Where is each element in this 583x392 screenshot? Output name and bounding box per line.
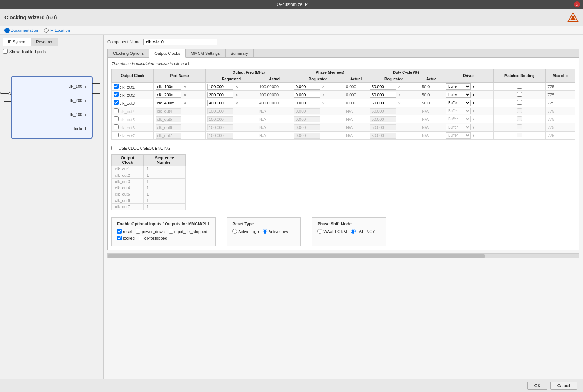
matched-routing-checkbox-2[interactable] — [517, 100, 522, 105]
phase-shift-mode-group: Phase Shift Mode WAVEFORM LATENCY — [312, 217, 386, 246]
input-clk-stopped-checkbox[interactable] — [169, 229, 173, 234]
duty-req-input-2[interactable] — [370, 100, 396, 106]
locked-checkbox[interactable] — [117, 236, 122, 240]
seq-table-row: clk_out5 1 — [112, 191, 186, 197]
clock-enable-3[interactable] — [114, 108, 119, 113]
waveform-label: WAVEFORM — [323, 229, 347, 234]
drives-chevron-icon: ▼ — [472, 101, 475, 105]
phase-req-input-0[interactable] — [294, 84, 320, 90]
cell-freq-req-2: ✕ — [205, 99, 257, 107]
duty-req-input-0[interactable] — [370, 84, 396, 90]
cancel-button[interactable]: Cancel — [550, 382, 577, 390]
seq-clock-1: clk_out2 — [112, 172, 144, 179]
app-header: Clocking Wizard (6.0) — [0, 9, 583, 26]
seq-th-clock: Output Clock — [112, 155, 144, 166]
cell-duty-actual-5: N/A — [420, 123, 444, 132]
use-clock-seq-checkbox[interactable] — [111, 146, 116, 150]
clear-duty-btn[interactable]: ✕ — [398, 93, 401, 97]
clock-enable-0[interactable] — [114, 84, 119, 89]
freq-req-input-0[interactable] — [207, 84, 233, 90]
cell-output-clock-5: clk_out6 — [112, 123, 154, 132]
ok-button[interactable]: OK — [527, 382, 547, 390]
cell-freq-actual-6: N/A — [257, 132, 292, 140]
th-duty-requested: Requested — [368, 76, 420, 83]
port-clk-200m: clk_200m — [18, 98, 86, 103]
clear-freq-btn[interactable]: ✕ — [235, 93, 238, 97]
table-row: clk_out5 N/A N/A N/A — [112, 115, 575, 123]
cell-port-name-2: ✕ — [153, 99, 205, 107]
tab-output-clocks[interactable]: Output Clocks — [149, 49, 186, 58]
cell-port-name-5 — [153, 123, 205, 132]
horizontal-scrollbar[interactable] — [107, 253, 579, 258]
optional-row-2: locked clkfbstopped — [117, 236, 210, 240]
active-low-radio[interactable] — [263, 229, 267, 234]
clear-port-btn[interactable]: ✕ — [183, 101, 186, 105]
content-area: IP Symbol Resource Show disabled ports — [0, 35, 583, 392]
matched-routing-checkbox-0[interactable] — [517, 84, 522, 89]
tab-mmcm-settings[interactable]: MMCM Settings — [186, 49, 225, 57]
drives-select-1[interactable]: Buffer No Buffer — [446, 92, 471, 98]
close-button[interactable]: ✕ — [574, 1, 580, 7]
clear-duty-btn[interactable]: ✕ — [398, 85, 401, 89]
cell-drives-4: Buffer No Buffer ▼ — [444, 115, 493, 123]
active-high-radio[interactable] — [232, 229, 237, 234]
drives-select-2[interactable]: Buffer No Buffer — [446, 100, 471, 106]
clock-enable-6[interactable] — [114, 133, 119, 137]
waveform-radio[interactable] — [317, 229, 322, 234]
cell-port-name-3 — [153, 107, 205, 115]
latency-label: LATENCY — [357, 229, 375, 234]
clock-enable-4[interactable] — [114, 116, 119, 121]
cell-max-b-2: 775 — [546, 99, 575, 107]
cell-port-name-4 — [153, 115, 205, 123]
seq-num-1: 1 — [143, 172, 185, 179]
matched-routing-checkbox-1[interactable] — [517, 92, 522, 97]
freq-req-input-1[interactable] — [207, 92, 233, 98]
show-disabled-checkbox[interactable] — [3, 49, 8, 54]
port-name-input-5 — [156, 124, 181, 130]
clock-name-0: clk_out1 — [120, 85, 135, 89]
clear-freq-btn[interactable]: ✕ — [235, 101, 238, 105]
cell-freq-actual-3: N/A — [257, 107, 292, 115]
latency-radio[interactable] — [351, 229, 356, 234]
clear-freq-btn[interactable]: ✕ — [235, 85, 238, 89]
phase-req-input-1[interactable] — [294, 92, 320, 98]
clock-enable-5[interactable] — [114, 124, 119, 129]
tab-ip-symbol[interactable]: IP Symbol — [3, 38, 31, 46]
clkfbstopped-checkbox[interactable] — [139, 236, 143, 240]
reset-active-low: Active Low — [263, 229, 288, 234]
cell-duty-actual-2: 50.0 — [420, 99, 444, 107]
th-freq-requested: Requested — [205, 76, 257, 83]
tab-summary[interactable]: Summary — [226, 49, 254, 57]
clear-phase-btn[interactable]: ✕ — [322, 93, 325, 97]
port-name-input-2[interactable] — [156, 100, 181, 106]
cell-phase-actual-0: 0.000 — [344, 83, 368, 91]
tab-clocking-options[interactable]: Clocking Options — [108, 49, 149, 57]
power-down-checkbox[interactable] — [136, 229, 140, 234]
phase-req-input-2[interactable] — [294, 100, 320, 106]
port-name-input-0[interactable] — [156, 84, 181, 90]
cell-matched-routing-6 — [493, 132, 545, 140]
clock-enable-1[interactable] — [114, 92, 119, 97]
clear-phase-btn[interactable]: ✕ — [322, 85, 325, 89]
cell-freq-actual-2: 400.00000 — [257, 99, 292, 107]
freq-req-input-2[interactable] — [207, 100, 233, 106]
option-input-clk-stopped: input_clk_stopped — [169, 229, 207, 234]
reset-checkbox[interactable] — [117, 229, 122, 234]
component-name-input[interactable] — [143, 39, 217, 45]
location-icon — [44, 28, 49, 33]
drives-select-0[interactable]: Buffer No Buffer — [446, 83, 471, 90]
tab-resource[interactable]: Resource — [31, 38, 58, 46]
clear-port-btn[interactable]: ✕ — [183, 85, 186, 89]
tab-content-output-clocks: The phase is calculated relative to clk_… — [108, 58, 579, 250]
documentation-link[interactable]: i Documentation — [4, 28, 38, 33]
seq-num-2: 1 — [143, 179, 185, 185]
port-name-input-1[interactable] — [156, 92, 181, 98]
clear-port-btn[interactable]: ✕ — [183, 93, 186, 97]
ip-location-link[interactable]: IP Location — [44, 28, 70, 33]
duty-req-input-1[interactable] — [370, 92, 396, 98]
main-tabs-bar: Clocking Options Output Clocks MMCM Sett… — [108, 49, 579, 58]
clock-enable-2[interactable] — [114, 100, 119, 105]
cell-drives-3: Buffer No Buffer ▼ — [444, 107, 493, 115]
clear-phase-btn[interactable]: ✕ — [322, 101, 325, 105]
clear-duty-btn[interactable]: ✕ — [398, 101, 401, 105]
